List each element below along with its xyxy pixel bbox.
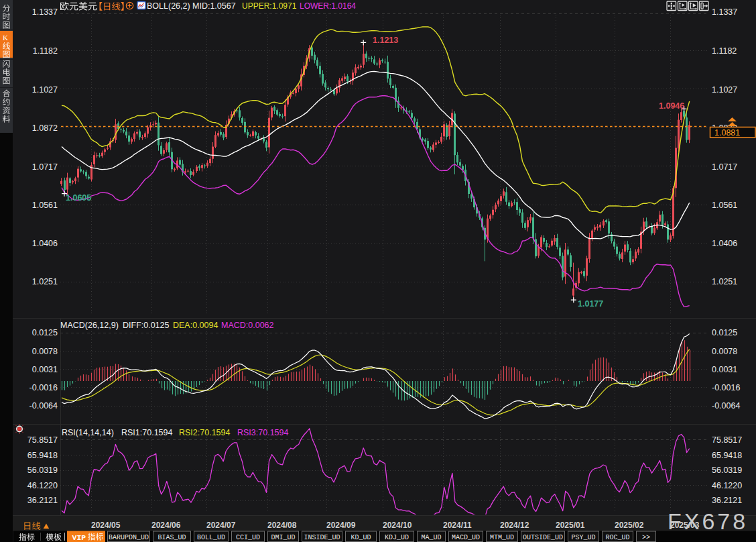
svg-text:1.0406: 1.0406: [712, 239, 737, 248]
svg-text:OUTSIDE_UD: OUTSIDE_UD: [523, 534, 563, 541]
svg-text:0.0078: 0.0078: [32, 347, 58, 356]
svg-text:LOWER:1.0164: LOWER:1.0164: [300, 1, 356, 11]
svg-text:CCI_UD: CCI_UD: [236, 534, 260, 541]
svg-text:1.1337: 1.1337: [712, 7, 737, 17]
svg-text:BARUPDN_UD: BARUPDN_UD: [109, 534, 149, 541]
svg-text:-0.0064: -0.0064: [29, 401, 58, 411]
svg-text:2024/08: 2024/08: [267, 521, 297, 530]
svg-text:MID:1.0567: MID:1.0567: [192, 1, 236, 11]
svg-text:MACD:0.0062: MACD:0.0062: [221, 321, 274, 330]
svg-text:2024/07: 2024/07: [206, 521, 236, 530]
svg-text:75.8517: 75.8517: [712, 435, 742, 445]
svg-text:1.1027: 1.1027: [32, 85, 58, 95]
svg-text:RSI1:70.1594: RSI1:70.1594: [121, 428, 172, 437]
svg-text:1.0561: 1.0561: [32, 201, 58, 210]
svg-text:1.0605: 1.0605: [66, 193, 91, 203]
svg-text:BIAS_UD: BIAS_UD: [158, 534, 186, 541]
svg-text:1.0881: 1.0881: [714, 128, 740, 138]
svg-text:2024/12: 2024/12: [500, 521, 529, 530]
svg-text:46.1220: 46.1220: [27, 481, 58, 490]
svg-text:0.0078: 0.0078: [712, 347, 737, 356]
svg-text:36.2121: 36.2121: [712, 496, 742, 505]
svg-text:RSI2:70.1594: RSI2:70.1594: [179, 428, 230, 437]
svg-text:MA_UD: MA_UD: [421, 534, 441, 541]
svg-text:2025/02: 2025/02: [615, 521, 644, 530]
svg-text:2025/01: 2025/01: [556, 521, 585, 530]
svg-text:UPPER:1.0971: UPPER:1.0971: [242, 1, 297, 11]
svg-text:65.9418: 65.9418: [27, 451, 58, 460]
svg-text:MACD(26,12,9): MACD(26,12,9): [60, 321, 119, 330]
svg-text:FX678: FX678: [668, 508, 748, 534]
svg-text:MTM_UD: MTM_UD: [490, 534, 514, 541]
svg-text:1.0717: 1.0717: [712, 162, 737, 172]
svg-text:2024/09: 2024/09: [326, 521, 356, 530]
svg-text:K: K: [3, 34, 8, 42]
svg-text:2024/11: 2024/11: [443, 521, 472, 530]
svg-text:1.0946: 1.0946: [659, 101, 684, 111]
svg-text:0.0125: 0.0125: [32, 328, 58, 337]
svg-text:1.0177: 1.0177: [578, 299, 603, 309]
svg-text:2024/06: 2024/06: [151, 521, 181, 530]
svg-text:RSI(14,14,14): RSI(14,14,14): [62, 428, 114, 437]
svg-text:DIFF:0.0125: DIFF:0.0125: [123, 321, 170, 330]
svg-text:-0.0064: -0.0064: [712, 401, 740, 411]
svg-text:ROC_UD: ROC_UD: [605, 534, 629, 541]
svg-text:65.9418: 65.9418: [712, 451, 742, 460]
svg-text:1.0561: 1.0561: [712, 201, 737, 210]
svg-text:RSI3:70.1594: RSI3:70.1594: [237, 428, 288, 437]
svg-text:1.0717: 1.0717: [32, 162, 58, 172]
svg-text:1.0251: 1.0251: [712, 277, 737, 286]
svg-text:>>: >>: [642, 534, 650, 541]
svg-text:1.1027: 1.1027: [712, 85, 737, 95]
svg-text:46.1220: 46.1220: [712, 481, 742, 490]
svg-text:PSY_UD: PSY_UD: [571, 534, 595, 541]
svg-text:0.0031: 0.0031: [32, 365, 58, 374]
svg-text:DMI_UD: DMI_UD: [271, 534, 295, 541]
svg-text:0.0125: 0.0125: [712, 328, 737, 337]
svg-text:BOLL(26,2): BOLL(26,2): [147, 1, 190, 11]
svg-text:INSIDE_UD: INSIDE_UD: [304, 534, 340, 541]
svg-text:-0.0016: -0.0016: [712, 383, 740, 392]
svg-text:0.0031: 0.0031: [712, 365, 737, 374]
svg-text:2024/10: 2024/10: [383, 521, 412, 530]
svg-text:BOLL_UD: BOLL_UD: [197, 534, 225, 541]
svg-text:1.0406: 1.0406: [32, 239, 58, 248]
svg-text:36.2121: 36.2121: [27, 496, 58, 505]
svg-text:KD_UD: KD_UD: [351, 534, 371, 541]
svg-text:2024/05: 2024/05: [91, 521, 121, 530]
svg-text:1.1182: 1.1182: [712, 46, 737, 56]
svg-text:VIP: VIP: [72, 533, 86, 542]
svg-text:1.1337: 1.1337: [32, 7, 58, 17]
svg-text:MACD_UD: MACD_UD: [452, 534, 480, 541]
svg-text:1.1182: 1.1182: [33, 46, 58, 56]
svg-text:1.0251: 1.0251: [32, 277, 58, 286]
svg-text:56.0319: 56.0319: [712, 466, 742, 475]
svg-text:-0.0016: -0.0016: [29, 383, 58, 392]
svg-text:1.1213: 1.1213: [373, 36, 398, 45]
svg-text:DEA:0.0094: DEA:0.0094: [173, 321, 218, 330]
svg-text:KDJ_UD: KDJ_UD: [385, 534, 409, 541]
svg-text:1.0872: 1.0872: [32, 123, 58, 133]
svg-text:75.8517: 75.8517: [27, 435, 58, 445]
svg-text:56.0319: 56.0319: [27, 466, 58, 475]
